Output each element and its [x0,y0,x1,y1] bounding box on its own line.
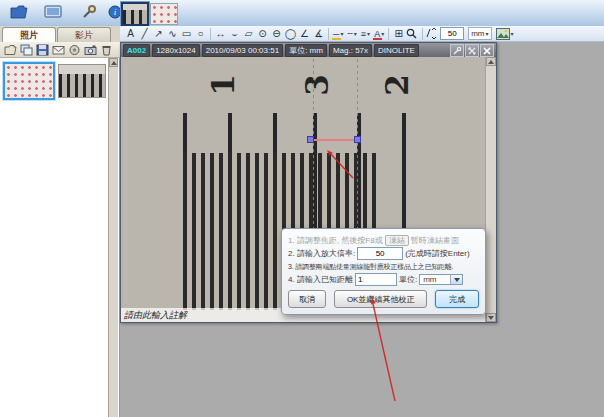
resize-icon[interactable] [465,44,479,57]
text-tool[interactable]: A [124,27,137,41]
measure-polygon-tool[interactable]: ▱ [242,27,255,41]
chevron-down-icon [450,275,462,284]
unit-dropdown[interactable]: mm ▾ [468,27,491,40]
timestamp-badge: 2010/09/03 00:03:51 [202,44,283,57]
ellipse-tool[interactable]: ○ [194,27,207,41]
sidebar-tab[interactable]: 照片 [2,27,56,43]
top-toolbar: i [0,0,604,27]
line-tool[interactable]: ╱ [138,27,151,41]
font-button[interactable]: A ▾ [373,27,385,41]
sidebar-tab[interactable]: 影片 [57,27,111,43]
image-scrollbar[interactable] [485,57,496,322]
sidebar-scrollbar[interactable] [108,58,118,417]
grid-button[interactable]: ⊞ [392,27,405,41]
dialog-step3-label: 3. 請調整兩端點使量測線能對應校正樣品上之已知距離. [288,260,453,273]
capture-window-icon[interactable] [42,2,64,22]
dialog-step2-label: 2. 請輸入放大倍率: [288,247,355,260]
magnification-input[interactable] [440,27,464,40]
chevron-down-icon: ▾ [340,30,343,37]
magnification-badge: Mag.: 57x [329,44,372,57]
preview-thumb-dots[interactable] [150,3,178,25]
email-icon[interactable] [52,44,65,56]
preview-thumb-ruler[interactable] [121,2,149,26]
folder-icon[interactable] [8,2,30,22]
device-badge: DINOLITE [374,44,419,57]
ruler-number: 2 [379,65,415,105]
scroll-up-icon[interactable] [486,57,496,66]
ruler-number: 1 [205,65,241,105]
image-id-badge: A002 [123,44,150,57]
close-icon[interactable] [480,44,494,57]
save-icon[interactable] [36,44,49,56]
photo-list [0,58,120,417]
thumbnail-ruler[interactable] [58,64,106,98]
magnification-rate-input[interactable] [357,247,403,260]
chevron-down-icon: ▾ [381,30,384,37]
freeze-button[interactable]: 凍結 [385,235,409,246]
dialog-step1-suffix: 暫時凍結畫面 [411,234,459,247]
freehand-tool[interactable]: ∿ [166,27,179,41]
line-width-button[interactable]: ≡ ▾ [360,27,371,41]
measurement-endpoint-left[interactable] [307,136,314,143]
measure-line-tool[interactable]: ↔ [214,27,227,41]
sidebar-action-bar [0,42,120,58]
rect-tool[interactable]: ▭ [180,27,193,41]
cancel-button[interactable]: 取消 [288,290,326,308]
calibration-crosshair-left [313,59,314,235]
tools-icon[interactable] [78,2,100,22]
line-color-button[interactable]: ─ ▾ [332,27,344,41]
scroll-down-icon[interactable] [486,313,496,322]
drawing-toolbar: A╱↗∿▭○ ↔⌣▱⊙⊖◯∠∡ ─ ▾ ╌ ▾ ≡ [120,26,604,42]
ok-continue-button[interactable]: OK並繼續其他校正 [334,290,427,308]
chevron-down-icon: ▾ [511,30,514,37]
measure-circle-3pt-tool[interactable]: ◯ [284,27,297,41]
chevron-down-icon: ▾ [367,30,370,37]
copy-icon[interactable] [20,44,33,56]
image-style-dropdown[interactable]: ▾ [496,27,514,40]
app-window: i 照片 影片 [0,0,604,417]
dialog-unit-dropdown[interactable]: mm [419,274,463,285]
dialog-step2-suffix: (完成時請按Enter) [405,247,469,260]
chevron-down-icon: ▾ [485,30,488,37]
open-icon[interactable] [4,44,17,56]
resolution-badge: 1280x1024 [152,44,200,57]
thumbnail-dot-pattern[interactable] [3,62,55,100]
calibration-adjust-icon[interactable] [426,27,439,41]
dialog-unit-label: 單位: [399,273,417,286]
measurement-endpoint-right[interactable] [354,136,361,143]
chevron-down-icon: ▾ [354,30,357,37]
print-icon[interactable] [68,44,81,56]
image-header-bar: A002 1280x1024 2010/09/03 00:03:51 單位: m… [121,43,496,57]
dialog-step1-text: 1. 請調整焦距, 然後按F8或 [288,234,383,247]
known-distance-input[interactable] [355,273,397,286]
calibration-dialog: 1. 請調整焦距, 然後按F8或 凍結 暫時凍結畫面 2. 請輸入放大倍率: (… [281,228,486,315]
settings-wrench-icon[interactable] [450,44,464,57]
measure-polyline-tool[interactable]: ⌣ [228,27,241,41]
measure-angle-tool[interactable]: ∠ [298,27,311,41]
finish-button[interactable]: 完成 [435,290,479,308]
measure-angle4-tool[interactable]: ∡ [312,27,325,41]
unit-badge: 單位: mm [285,44,327,57]
measure-circle-diameter-tool[interactable]: ⊖ [270,27,283,41]
dialog-step4-label: 4. 請輸入已知距離 [288,273,353,286]
sidebar-tab-strip: 照片 影片 [0,26,120,43]
ruler-number: 3 [299,65,335,105]
capture-icon[interactable] [84,44,97,56]
arrow-tool[interactable]: ↗ [152,27,165,41]
measure-circle-center-tool[interactable]: ⊙ [256,27,269,41]
delete-icon[interactable] [100,44,113,56]
calibration-crosshair-right [357,59,358,235]
scroll-up-icon[interactable] [109,58,118,67]
magnifier-button[interactable] [406,27,419,41]
line-style-button[interactable]: ╌ ▾ [346,27,357,41]
